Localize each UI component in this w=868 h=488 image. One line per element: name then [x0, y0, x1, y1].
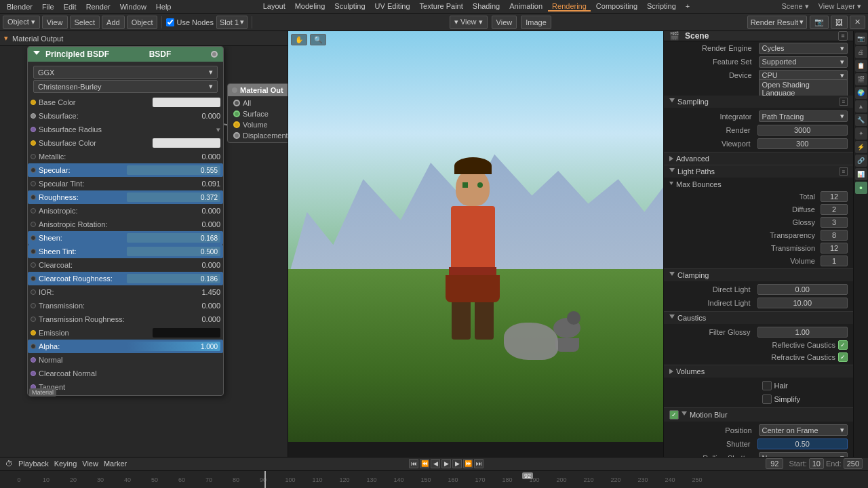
bounce-transparency-value[interactable]: 8: [821, 230, 848, 241]
ggx-dropdown[interactable]: GGX ▾: [33, 66, 218, 79]
toolbar-object[interactable]: Object: [127, 16, 158, 29]
matout-socket-all[interactable]: [233, 100, 240, 106]
render-result-dropdown[interactable]: Render Result ▾: [747, 16, 807, 29]
shutter-value[interactable]: 0.50: [757, 439, 848, 449]
workspace-compositing[interactable]: Compositing: [592, 2, 642, 12]
motion-blur-toggle[interactable]: ✓: [669, 410, 679, 420]
workspace-texture[interactable]: Texture Paint: [416, 2, 467, 12]
advanced-header[interactable]: Advanced: [664, 152, 853, 165]
sidebar-physics-icon[interactable]: ⚡: [855, 141, 867, 153]
bsdf-output-socket[interactable]: [211, 51, 218, 58]
toolbar-select[interactable]: Select: [70, 16, 100, 29]
socket-ior[interactable]: [31, 289, 36, 295]
bounce-diffuse-value[interactable]: 2: [821, 204, 848, 215]
sheen-bar[interactable]: 0.168: [127, 233, 220, 243]
toolbar-object-mode[interactable]: Object ▾: [3, 16, 40, 29]
sheen-tint-bar[interactable]: 0.500: [127, 247, 220, 256]
view-layer-selector[interactable]: View Layer ▾: [814, 2, 865, 11]
workspace-layout[interactable]: Layout: [259, 2, 290, 12]
refractive-caustics-checkbox[interactable]: ✓: [838, 352, 848, 362]
matout-socket-displacement[interactable]: [233, 132, 240, 139]
toolbar-slot-img[interactable]: Image: [521, 16, 551, 29]
menu-help[interactable]: Help: [152, 3, 176, 11]
bounce-transmission-value[interactable]: 12: [821, 243, 848, 253]
direct-light-value[interactable]: 0.00: [757, 284, 848, 295]
matout-socket-volume[interactable]: [233, 121, 240, 128]
workspace-sculpting[interactable]: Sculpting: [330, 2, 369, 12]
bsdf-collapse-arrow[interactable]: [33, 51, 40, 58]
menu-file[interactable]: File: [38, 3, 58, 11]
render-engine-dropdown[interactable]: Cycles ▾: [759, 43, 848, 54]
timeline-keying[interactable]: Keying: [54, 460, 77, 468]
workspace-shading[interactable]: Shading: [469, 2, 504, 12]
sidebar-modifier-icon[interactable]: 🔧: [855, 114, 867, 126]
render-btn[interactable]: 🖼: [831, 16, 848, 29]
material-tab[interactable]: Material: [29, 388, 56, 396]
sidebar-object-icon[interactable]: ▲: [855, 100, 867, 113]
start-frame[interactable]: 10: [809, 458, 824, 469]
end-frame[interactable]: 250: [844, 458, 863, 469]
sidebar-view-layer-icon[interactable]: 📋: [855, 60, 867, 72]
socket-anisotropic-rotation[interactable]: [31, 222, 36, 227]
clearcoat-roughness-bar[interactable]: 0.186: [127, 274, 220, 283]
timeline-marker[interactable]: Marker: [104, 460, 127, 468]
toolbar-viewport-mode[interactable]: ▾ View ▾: [450, 16, 488, 29]
workspace-animation[interactable]: Animation: [505, 2, 547, 12]
toolbar-view2[interactable]: View: [492, 16, 517, 29]
toolbar-view[interactable]: View: [42, 16, 68, 29]
filter-glossy-value[interactable]: 1.00: [757, 327, 848, 338]
render-samples-value[interactable]: 3000: [757, 125, 848, 136]
socket-clearcoat-normal[interactable]: [31, 371, 36, 376]
subsurface-color-swatch[interactable]: [153, 138, 220, 148]
socket-subsurface-radius[interactable]: [31, 127, 36, 132]
material-output-node[interactable]: Material Out All Surface Volume: [227, 83, 288, 143]
close-render-btn[interactable]: ✕: [850, 16, 865, 29]
caustics-header[interactable]: Caustics: [664, 312, 853, 324]
socket-anisotropic[interactable]: [31, 208, 36, 214]
socket-specular[interactable]: [31, 167, 36, 173]
bsdf-title-bar[interactable]: Principled BSDF BSDF: [28, 47, 223, 62]
use-nodes-checkbox[interactable]: [166, 18, 174, 26]
motion-blur-header[interactable]: ✓ Motion Blur: [664, 408, 853, 422]
cb-dropdown[interactable]: Christensen-Burley ▾: [33, 80, 218, 93]
specular-bar[interactable]: 0.555: [127, 165, 220, 175]
workspace-modeling[interactable]: Modeling: [291, 2, 330, 12]
indirect-light-value[interactable]: 10.00: [757, 298, 848, 308]
matout-socket-surface[interactable]: [233, 110, 240, 117]
socket-transmission-roughness[interactable]: [31, 317, 36, 322]
feature-set-dropdown[interactable]: Supported ▾: [759, 56, 848, 68]
simplify-checkbox[interactable]: [762, 394, 772, 404]
workspace-uv[interactable]: UV Editing: [371, 2, 414, 12]
alpha-bar[interactable]: 1.000: [127, 342, 220, 351]
next-frame-btn[interactable]: ▶: [452, 459, 462, 468]
light-paths-menu-btn[interactable]: ≡: [840, 167, 848, 176]
toolbar-add[interactable]: Add: [102, 16, 125, 29]
timeline-ruler[interactable]: 0 10 20 30 40 50 60 70 80 90 100 110 120…: [0, 471, 868, 488]
slot-dropdown[interactable]: Slot 1 ▾: [216, 16, 248, 29]
sampling-menu-btn[interactable]: ≡: [840, 98, 848, 106]
socket-roughness[interactable]: [31, 195, 36, 200]
prev-keyframe-btn[interactable]: ⏪: [420, 459, 429, 468]
workspace-scripting[interactable]: Scripting: [643, 2, 680, 12]
play-btn[interactable]: ▶: [441, 459, 451, 468]
socket-emission[interactable]: [31, 330, 36, 336]
sidebar-world-icon[interactable]: 🌍: [855, 87, 867, 99]
node-canvas[interactable]: Principled BSDF BSDF GGX ▾: [0, 46, 288, 457]
viewport-samples-value[interactable]: 300: [757, 138, 848, 149]
timeline-view[interactable]: View: [82, 460, 98, 468]
reflective-caustics-checkbox[interactable]: ✓: [838, 340, 848, 350]
base-color-swatch[interactable]: [153, 98, 220, 107]
timeline-playback[interactable]: Playback: [18, 460, 49, 468]
next-keyframe-btn[interactable]: ⏩: [463, 459, 473, 468]
workspace-add[interactable]: +: [682, 2, 694, 12]
properties-filter-btn[interactable]: ≡: [838, 31, 848, 41]
socket-specular-tint[interactable]: [31, 181, 36, 186]
socket-subsurface-color[interactable]: [31, 140, 36, 146]
socket-clearcoat-roughness[interactable]: [31, 276, 36, 281]
socket-subsurface[interactable]: [31, 113, 36, 119]
camera-btn[interactable]: 📷: [810, 16, 829, 29]
socket-alpha[interactable]: [31, 344, 36, 349]
sidebar-constraint-icon[interactable]: 🔗: [855, 155, 867, 167]
viewport-cursor-btn[interactable]: 🔍: [310, 34, 326, 45]
menu-blender[interactable]: Blender: [3, 3, 37, 11]
